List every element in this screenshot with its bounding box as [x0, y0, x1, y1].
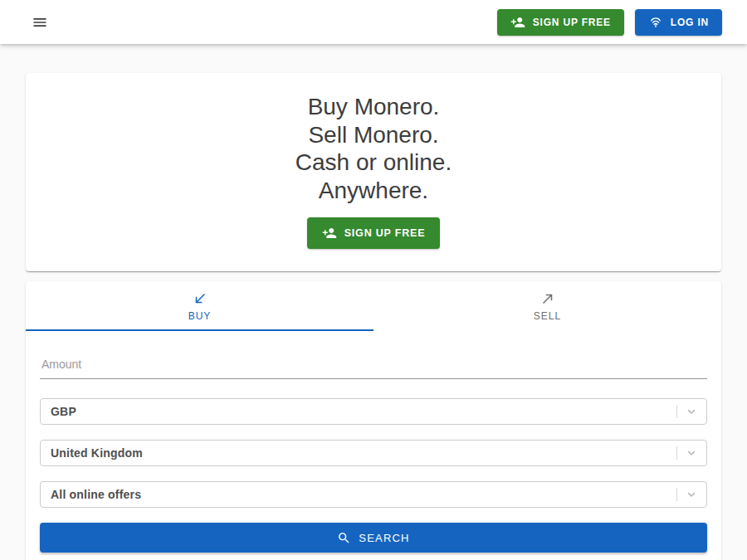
arrow-up-right-icon [540, 291, 555, 306]
tab-buy[interactable]: BUY [26, 281, 374, 331]
hero-line-2: Sell Monero. [26, 121, 721, 149]
tab-sell-label: SELL [534, 310, 561, 322]
chevron-down-icon [685, 446, 698, 460]
person-add-icon [510, 15, 525, 30]
search-button-label: SEARCH [359, 532, 409, 544]
hero-card: Buy Monero. Sell Monero. Cash or online.… [26, 73, 721, 271]
hero-signup-button[interactable]: SIGN UP FREE [307, 217, 441, 249]
trade-form: GBP United Kingdom All online offers [26, 331, 721, 553]
currency-select-value: GBP [51, 405, 676, 418]
select-divider [676, 488, 677, 501]
trade-card: BUY SELL GBP United Kingdom [26, 281, 721, 560]
select-divider [676, 446, 677, 460]
amount-input[interactable] [40, 353, 707, 379]
hero-line-1: Buy Monero. [26, 93, 721, 121]
fingerprint-icon [648, 15, 663, 30]
offer-type-select-value: All online offers [51, 488, 676, 501]
select-divider [676, 405, 677, 418]
person-add-icon [322, 226, 337, 241]
hero-signup-button-label: SIGN UP FREE [344, 227, 426, 239]
login-button[interactable]: LOG IN [635, 9, 722, 36]
hero-heading: Buy Monero. Sell Monero. Cash or online.… [26, 93, 721, 204]
country-select[interactable]: United Kingdom [40, 440, 707, 466]
offer-type-select[interactable]: All online offers [40, 481, 707, 508]
signup-button[interactable]: SIGN UP FREE [497, 9, 624, 36]
header-actions: SIGN UP FREE LOG IN [497, 9, 722, 36]
hero-line-4: Anywhere. [26, 177, 721, 205]
active-tab-indicator [26, 329, 374, 331]
search-button[interactable]: SEARCH [40, 523, 707, 553]
app-header: SIGN UP FREE LOG IN [0, 0, 747, 44]
hero-line-3: Cash or online. [26, 149, 721, 177]
search-icon [337, 531, 351, 545]
arrow-down-left-icon [193, 291, 208, 306]
menu-button[interactable] [25, 7, 55, 37]
tab-sell[interactable]: SELL [374, 281, 721, 331]
login-button-label: LOG IN [671, 17, 709, 28]
tab-buy-label: BUY [188, 310, 212, 322]
trade-tabs: BUY SELL [26, 281, 721, 331]
country-select-value: United Kingdom [51, 446, 676, 460]
hamburger-icon [32, 14, 48, 31]
signup-button-label: SIGN UP FREE [533, 17, 611, 28]
chevron-down-icon [685, 405, 698, 418]
page-content: Buy Monero. Sell Monero. Cash or online.… [0, 44, 747, 560]
chevron-down-icon [685, 488, 698, 501]
currency-select[interactable]: GBP [40, 398, 707, 425]
